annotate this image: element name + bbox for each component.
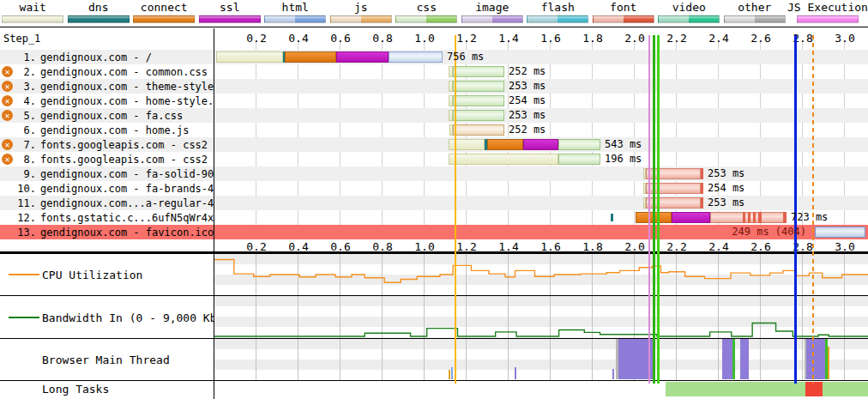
axis-tick-label: 1.4: [498, 240, 518, 253]
legend-swatch: [330, 15, 392, 23]
request-time-label: 543 ms: [605, 139, 642, 150]
legend-swatch: [133, 15, 195, 23]
main-thread-activity: [740, 339, 749, 379]
segment-fontdark: [748, 212, 750, 223]
waterfall-row[interactable]: 253 ms: [214, 196, 868, 210]
waterfall-row[interactable]: 252 ms: [214, 64, 868, 79]
axis-tick-label: 0.4: [288, 32, 308, 45]
long-task-segment: [666, 382, 805, 396]
request-url-label: fonts.gstatic.c...6ufN5qWr4xCC.woff2: [40, 212, 214, 224]
request-time-label: 756 ms: [447, 51, 484, 63]
legend-item-css: css: [394, 0, 460, 27]
legend-swatch: [461, 15, 523, 23]
waterfall-row[interactable]: 254 ms: [214, 181, 868, 196]
segment-fontdark: [743, 212, 745, 223]
axis-tick-label: 0.2: [246, 240, 266, 253]
request-row-label[interactable]: ✕4.gendignoux.com - home-style.css: [0, 94, 214, 108]
main-thread-activity: [451, 367, 453, 379]
waterfall-rows: 756 ms252 ms253 ms254 ms253 ms252 ms543 …: [214, 50, 868, 239]
segment-fontdark: [783, 212, 787, 223]
segment-ssl: [336, 51, 389, 63]
request-url-label: fonts.googleapis.com - css2: [40, 139, 208, 151]
segment-wait: [449, 154, 558, 165]
request-time-label: 253 ms: [509, 110, 546, 121]
icon-slot-empty: [2, 124, 15, 136]
icon-slot-empty: [2, 197, 15, 209]
waterfall-row[interactable]: 723 ms: [214, 210, 868, 225]
segment-ssl: [523, 139, 558, 150]
cpu-utilization-chart: [214, 254, 868, 296]
icon-slot-empty: [2, 51, 15, 63]
event-dom-content-loaded-line: [653, 35, 655, 384]
event-on-load-line: [794, 35, 797, 384]
main-thread-activity: [806, 339, 825, 379]
long-tasks-label: Long Tasks: [42, 383, 109, 396]
waterfall-row[interactable]: 253 ms: [214, 79, 868, 94]
step-title: Step_1: [0, 28, 214, 50]
axis-left-spacer: [0, 239, 214, 254]
request-time-label: 252 ms: [509, 124, 546, 136]
waterfall-row[interactable]: 252 ms: [214, 123, 868, 137]
request-number: 3.: [15, 81, 36, 93]
segment-js: [453, 124, 504, 136]
axis-tick-label: 1.6: [540, 240, 560, 253]
request-url-label: gendignoux.com - fa.css: [40, 110, 183, 122]
axis-tick-label: 2.4: [708, 240, 728, 253]
request-time-label: 723 ms: [791, 212, 828, 223]
waterfall-row[interactable]: 254 ms: [214, 94, 868, 108]
segment-css: [453, 110, 504, 121]
main-thread-activity: [732, 339, 735, 379]
request-row-label[interactable]: 11.gendignoux.com...a-regular-400.woff2: [0, 196, 214, 210]
legend-label: js: [354, 1, 368, 14]
axis-tick-label: 3.0: [835, 240, 854, 253]
blocked-request-icon: ✕: [2, 95, 15, 106]
axis-tick-label: 1.8: [582, 240, 602, 253]
main-thread-activity: [515, 367, 516, 379]
request-number: 10.: [15, 183, 36, 195]
legend-swatch: [68, 15, 130, 23]
segment-html: [389, 51, 443, 63]
request-row-label[interactable]: 10.gendignoux.com - fa-brands-400.woff2: [0, 181, 214, 196]
request-row-label[interactable]: ✕5.gendignoux.com - fa.css: [0, 108, 214, 123]
waterfall-row[interactable]: 756 ms: [214, 50, 868, 64]
legend-swatch: [658, 15, 720, 23]
request-row-label[interactable]: ✕7.fonts.googleapis.com - css2: [0, 137, 214, 152]
axis-tick-label: 0.2: [246, 32, 266, 45]
segment-fontdark: [701, 183, 703, 194]
icon-slot-empty: [2, 212, 15, 223]
waterfall-row[interactable]: 196 ms: [214, 152, 868, 166]
legend-item-js-execution: JS Execution: [787, 0, 868, 27]
request-url-label: gendignoux.com - fa-brands-400.woff2: [40, 183, 214, 195]
icon-slot-empty: [2, 227, 15, 238]
event-start-render-line: [455, 35, 456, 384]
segment-fontdark: [701, 168, 703, 179]
legend-label: dns: [88, 1, 108, 14]
waterfall-pane: 0.20.40.60.81.01.21.41.61.82.02.22.42.62…: [214, 28, 868, 399]
legend-label: font: [610, 1, 636, 14]
bandwidth-in-chart: [214, 296, 868, 339]
request-row-label[interactable]: ✕2.gendignoux.com - common.css: [0, 64, 214, 79]
request-row-label[interactable]: ✕3.gendignoux.com - theme-style.css: [0, 79, 214, 94]
blocked-request-icon: ✕: [2, 81, 15, 92]
request-row-label[interactable]: ✕8.fonts.googleapis.com - css2: [0, 152, 214, 166]
request-row-label[interactable]: 13.gendignoux.com - favicon.ico: [0, 225, 214, 239]
waterfall-row[interactable]: 249 ms (404): [214, 225, 868, 239]
legend-label: connect: [141, 1, 188, 14]
legend-label: css: [417, 1, 437, 14]
axis-tick-label: 0.6: [330, 240, 350, 253]
request-row-label[interactable]: 9.gendignoux.com - fa-solid-900.woff2: [0, 166, 214, 181]
waterfall-row[interactable]: 543 ms: [214, 137, 868, 152]
request-row-label[interactable]: 1.gendignoux.com - /: [0, 50, 214, 64]
request-row-label[interactable]: 6.gendignoux.com - home.js: [0, 123, 214, 137]
axis-tick-label: 3.0: [835, 32, 854, 45]
legend-label: video: [672, 1, 706, 14]
legend-item-js: js: [329, 0, 395, 27]
waterfall-row[interactable]: 253 ms: [214, 166, 868, 181]
orange-x-icon: ✕: [2, 66, 13, 77]
waterfall-row[interactable]: 253 ms: [214, 108, 868, 123]
orange-x-icon: ✕: [2, 81, 13, 92]
time-axis-bottom: 0.20.40.60.81.01.21.41.61.82.02.22.42.62…: [214, 239, 868, 254]
request-row-label[interactable]: 12.fonts.gstatic.c...6ufN5qWr4xCC.woff2: [0, 210, 214, 225]
request-url-label: gendignoux.com - home.js: [40, 124, 189, 136]
axis-tick-label: 2.2: [666, 240, 686, 253]
